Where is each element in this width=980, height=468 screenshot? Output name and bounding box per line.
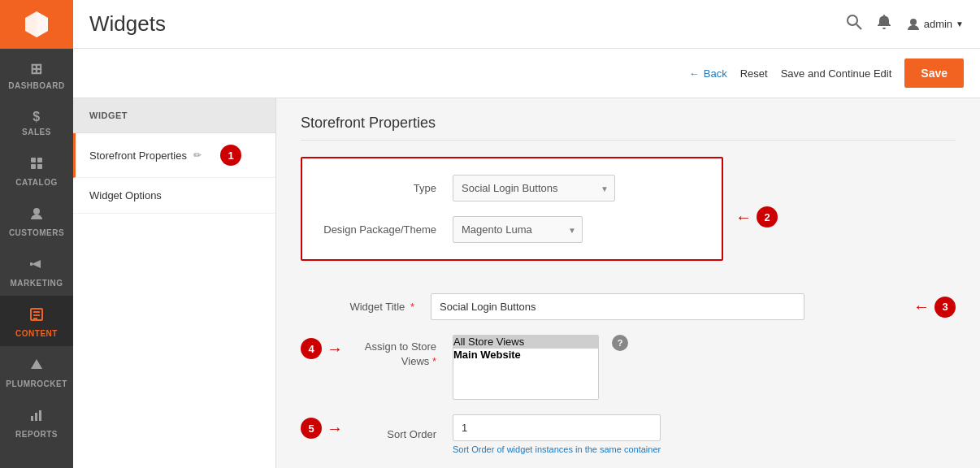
sidebar-item-plumrocket[interactable]: PLUMROCKET bbox=[0, 346, 73, 396]
sidebar-item-sales[interactable]: $ SALES bbox=[0, 98, 73, 145]
panel-item-widget-options[interactable]: Widget Options bbox=[73, 178, 275, 214]
sidebar-item-customers[interactable]: CUSTOMERS bbox=[0, 195, 73, 245]
svg-rect-8 bbox=[33, 314, 40, 316]
sort-order-label: Sort Order bbox=[355, 428, 453, 440]
widget-title-input[interactable] bbox=[431, 293, 804, 320]
svg-marker-10 bbox=[31, 359, 42, 369]
svg-rect-11 bbox=[31, 416, 33, 421]
svg-rect-5 bbox=[30, 262, 33, 266]
content-area: WIDGET Storefront Properties ✏ 1 Widget … bbox=[73, 98, 980, 468]
sort-order-input[interactable] bbox=[453, 414, 661, 441]
sidebar: ⊞ DASHBOARD $ SALES CATALOG CUSTOMERS MA… bbox=[0, 0, 73, 468]
sidebar-item-catalog[interactable]: CATALOG bbox=[0, 145, 73, 195]
svg-rect-0 bbox=[31, 158, 36, 162]
plumrocket-icon bbox=[29, 358, 44, 376]
header-icons: admin ▼ bbox=[846, 14, 964, 34]
design-select[interactable]: Magento Luma bbox=[453, 216, 583, 243]
svg-rect-1 bbox=[37, 158, 42, 162]
step-badge-5: 5 bbox=[301, 418, 322, 439]
svg-rect-9 bbox=[33, 318, 37, 319]
type-select[interactable]: Social Login Buttons bbox=[453, 175, 615, 202]
step-badge-3: 3 bbox=[934, 297, 956, 318]
sidebar-item-dashboard[interactable]: ⊞ DASHBOARD bbox=[0, 49, 73, 98]
reset-button[interactable]: Reset bbox=[740, 67, 768, 80]
step-badge-2: 2 bbox=[757, 206, 778, 228]
design-row: Design Package/Theme Magento Luma ▼ bbox=[323, 216, 701, 243]
main-area: Widgets admin ▼ ← Back Reset Save and Co… bbox=[73, 0, 980, 468]
annotation-3: ← 3 bbox=[913, 297, 956, 318]
svg-point-16 bbox=[910, 19, 917, 25]
assign-label: Assign to Store Views * bbox=[355, 335, 453, 369]
sales-icon: $ bbox=[33, 110, 40, 124]
svg-point-14 bbox=[848, 15, 857, 25]
svg-point-4 bbox=[33, 208, 40, 214]
design-select-wrapper: Magento Luma ▼ bbox=[453, 216, 583, 243]
dashboard-icon: ⊞ bbox=[30, 60, 43, 78]
page-title: Widgets bbox=[89, 11, 846, 37]
notifications-icon[interactable] bbox=[877, 14, 891, 34]
svg-rect-3 bbox=[37, 164, 42, 169]
type-row: Type Social Login Buttons ▼ bbox=[323, 175, 701, 202]
left-panel: WIDGET Storefront Properties ✏ 1 Widget … bbox=[73, 98, 276, 468]
svg-rect-7 bbox=[33, 311, 40, 313]
save-button[interactable]: Save bbox=[904, 58, 964, 88]
marketing-icon bbox=[29, 257, 44, 275]
sort-order-hint: Sort Order of widget instances in the sa… bbox=[453, 444, 661, 454]
section-title: Storefront Properties bbox=[301, 115, 956, 141]
search-icon[interactable] bbox=[846, 14, 862, 34]
annotation-2: ← 2 bbox=[735, 206, 778, 228]
admin-user[interactable]: admin ▼ bbox=[906, 17, 964, 32]
catalog-icon bbox=[29, 156, 44, 175]
annotation-4: 4 → bbox=[301, 335, 343, 359]
step-badge-4: 4 bbox=[301, 338, 322, 359]
widget-title-label: Widget Title * bbox=[301, 301, 431, 313]
help-icon[interactable]: ? bbox=[612, 335, 628, 351]
store-views-area: 4 → Assign to Store Views * All Store Vi… bbox=[301, 335, 956, 400]
logo[interactable] bbox=[0, 0, 73, 49]
back-arrow-icon: ← bbox=[689, 67, 700, 80]
sidebar-item-content[interactable]: CONTENT bbox=[0, 296, 73, 346]
store-views-listbox[interactable]: All Store Views Main Website bbox=[453, 335, 599, 400]
action-bar: ← Back Reset Save and Continue Edit Save bbox=[73, 49, 980, 98]
sidebar-item-marketing[interactable]: MARKETING bbox=[0, 245, 73, 296]
chevron-down-icon: ▼ bbox=[956, 20, 964, 28]
svg-rect-13 bbox=[39, 410, 41, 421]
edit-icon: ✏ bbox=[193, 150, 202, 161]
svg-rect-2 bbox=[31, 164, 36, 169]
reports-icon bbox=[29, 408, 44, 427]
design-label: Design Package/Theme bbox=[323, 223, 453, 236]
annotation-5: 5 → bbox=[301, 414, 343, 439]
svg-rect-12 bbox=[35, 413, 37, 421]
panel-item-storefront[interactable]: Storefront Properties ✏ 1 bbox=[73, 133, 275, 178]
top-header: Widgets admin ▼ bbox=[73, 0, 980, 49]
customers-icon bbox=[29, 206, 44, 225]
back-button[interactable]: ← Back bbox=[689, 67, 727, 80]
type-design-section: Type Social Login Buttons ▼ Design Packa… bbox=[301, 157, 723, 261]
svg-line-15 bbox=[856, 24, 861, 29]
sort-order-area: 5 → Sort Order Sort Order of widget inst… bbox=[301, 414, 956, 454]
panel-header: WIDGET bbox=[73, 98, 275, 133]
widget-title-area: Widget Title * ← 3 bbox=[301, 293, 956, 320]
type-select-wrapper: Social Login Buttons ▼ bbox=[453, 175, 615, 202]
step-badge-1: 1 bbox=[220, 145, 241, 166]
sidebar-item-reports[interactable]: REPORTS bbox=[0, 396, 73, 447]
content-icon bbox=[29, 307, 44, 326]
type-label: Type bbox=[323, 182, 453, 194]
save-continue-button[interactable]: Save and Continue Edit bbox=[781, 67, 892, 80]
right-content: Storefront Properties Type Social Login … bbox=[276, 98, 980, 468]
